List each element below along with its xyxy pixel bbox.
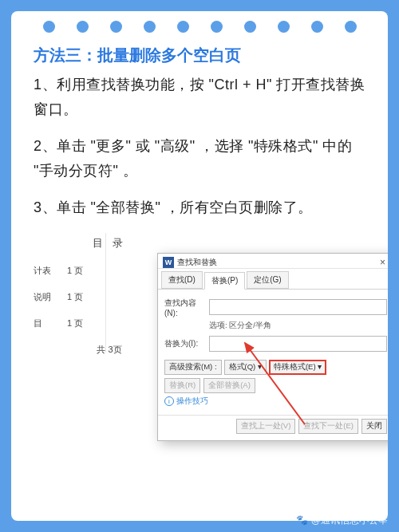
info-icon: i <box>164 396 174 406</box>
format-button[interactable]: 格式(Q) ▾ <box>224 360 267 375</box>
close-button[interactable]: 关闭 <box>361 419 387 434</box>
word-icon: W <box>163 257 174 268</box>
more-button[interactable]: 高级搜索(M) : <box>164 360 222 375</box>
find-label: 查找内容(N): <box>164 298 209 317</box>
tab-goto[interactable]: 定位(G) <box>247 271 288 289</box>
toc-heading: 目 录 <box>34 236 185 250</box>
tab-find[interactable]: 查找(D) <box>161 271 203 289</box>
tips-link[interactable]: i 操作技巧 <box>164 396 387 407</box>
tab-replace[interactable]: 替换(P) <box>204 272 245 290</box>
dialog-title: 查找和替换 <box>177 257 377 268</box>
close-icon[interactable]: × <box>377 257 388 268</box>
find-replace-dialog: W 查找和替换 × 查找(D) 替换(P) 定位(G) 查找内容(N): 选项: <box>157 253 388 441</box>
special-format-button[interactable]: 特殊格式(E) ▾ <box>269 360 326 375</box>
replace-label: 替换为(I): <box>164 338 209 349</box>
method-title: 方法三：批量删除多个空白页 <box>34 45 372 66</box>
options-label: 选项: <box>209 321 227 329</box>
find-input[interactable] <box>209 299 387 315</box>
spiral-holes <box>11 21 388 33</box>
watermark: 🐾 @通讯信息小公举 <box>296 514 388 527</box>
replace-input[interactable] <box>209 336 387 352</box>
step-3: 3、单击 "全部替换" ，所有空白页删除了。 <box>34 195 372 220</box>
step-2: 2、单击 "更多" 或 "高级" ，选择 "特殊格式" 中的 "手动分页符" 。 <box>34 134 372 183</box>
find-prev-button[interactable]: 查找上一处(V) <box>236 419 296 434</box>
find-next-button[interactable]: 查找下一处(E) <box>298 419 358 434</box>
replace-all-button[interactable]: 全部替换(A) <box>203 378 255 393</box>
replace-one-button[interactable]: 替换(R) <box>164 378 200 393</box>
step-1: 1、利用查找替换功能，按 "Ctrl + H" 打开查找替换窗口。 <box>34 73 372 121</box>
options-value: 区分全/半角 <box>229 321 271 329</box>
